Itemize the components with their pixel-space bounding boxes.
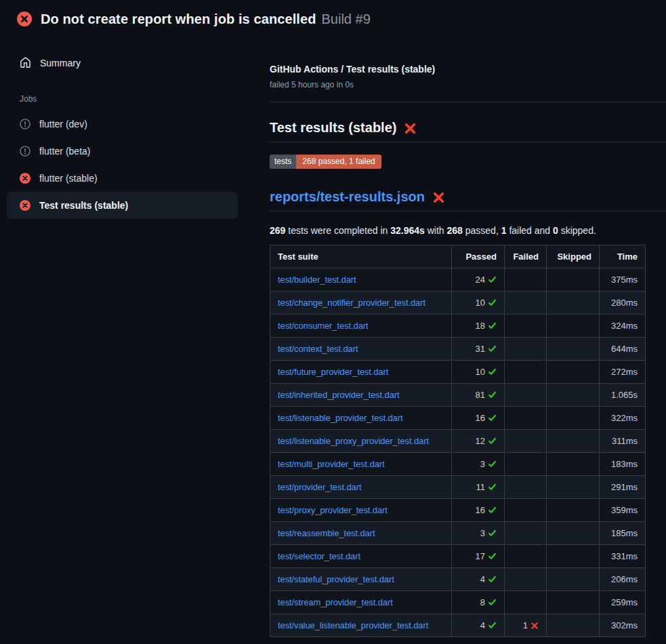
time-cell: 644ms [600,338,646,361]
skipped-cell [547,384,600,407]
suite-cell: test/proxy_provider_test.dart [270,499,452,522]
suite-cell: test/consumer_test.dart [270,315,452,338]
suite-cell: test/builder_test.dart [270,268,452,291]
suite-cell: test/stateful_provider_test.dart [270,568,452,591]
time-cell: 311ms [600,430,646,453]
passed-cell: 12 [452,430,505,453]
suite-link[interactable]: test/multi_provider_test.dart [278,459,385,469]
check-icon [488,390,497,399]
suite-link[interactable]: test/future_provider_test.dart [278,367,388,377]
time-cell: 259ms [600,591,646,614]
table-header-row: Test suitePassedFailedSkippedTime [270,245,646,268]
table-row: test/future_provider_test.dart10272ms [270,361,646,384]
sidebar-item-summary[interactable]: Summary [0,50,259,75]
alert-circle-icon [20,146,30,157]
time-cell: 359ms [600,499,646,522]
time-cell: 324ms [600,315,646,338]
x-circle-fill-icon [20,173,30,184]
job-label: flutter (dev) [39,119,87,129]
skipped-cell [547,338,600,361]
check-icon [488,321,497,330]
passed-cell: 31 [452,338,505,361]
passed-cell: 18 [452,315,505,338]
column-header-test-suite: Test suite [270,245,452,268]
time-cell: 185ms [600,522,646,545]
suite-link[interactable]: test/consumer_test.dart [278,321,369,331]
check-icon [488,460,497,468]
suite-link[interactable]: test/stream_provider_test.dart [278,597,393,607]
suite-link[interactable]: test/provider_test.dart [278,482,361,492]
check-icon [488,598,497,607]
suite-link[interactable]: test/change_notifier_provider_test.dart [278,298,425,308]
passed-cell: 3 [452,453,505,476]
job-list: flutter (dev)flutter (beta)flutter (stab… [0,110,259,219]
time-cell: 206ms [600,568,646,591]
skipped-cell [547,315,600,338]
failed-cell [505,453,547,476]
suite-link[interactable]: test/stateful_provider_test.dart [278,574,394,584]
badge-label: tests [270,155,296,169]
suite-link[interactable]: test/listenable_provider_test.dart [278,413,403,423]
skipped-cell [547,430,600,453]
report-heading: reports/test-results.json [270,189,666,212]
suite-cell: test/context_test.dart [270,338,452,361]
table-row: test/multi_provider_test.dart3183ms [270,453,646,476]
failed-cell [505,568,547,591]
suite-link[interactable]: test/selector_test.dart [278,551,360,561]
summary-line: 269 tests were completed in 32.964s with… [270,225,666,236]
skipped-cell [547,453,600,476]
alert-circle-icon [20,119,30,129]
sidebar-item-flutter-stable[interactable]: flutter (stable) [7,165,238,192]
table-row: test/inherited_provider_test.dart811.065… [270,384,646,407]
sidebar-item-flutter-beta[interactable]: flutter (beta) [7,138,238,165]
suite-link[interactable]: test/reassemble_test.dart [278,528,375,538]
x-circle-fill-icon [20,200,30,211]
suite-link[interactable]: test/listenable_proxy_provider_test.dart [278,436,429,446]
table-row: test/listenable_proxy_provider_test.dart… [270,430,646,453]
table-row: test/selector_test.dart17331ms [270,545,646,568]
column-header-skipped: Skipped [547,245,600,268]
summary-segment: with [425,225,447,236]
time-cell: 1.065s [600,384,646,407]
skipped-cell [547,591,600,614]
suite-link[interactable]: test/inherited_provider_test.dart [278,390,400,400]
check-icon [488,437,497,445]
sidebar-item-test-results-stable[interactable]: Test results (stable) [7,192,238,219]
column-header-passed: Passed [452,245,505,268]
suite-link[interactable]: test/value_listenable_provider_test.dart [278,620,428,630]
skipped-cell [547,545,600,568]
failed-cell [505,545,547,568]
summary-label: Summary [40,58,81,68]
suite-link[interactable]: test/context_test.dart [278,344,358,354]
suite-link[interactable]: test/proxy_provider_test.dart [278,505,388,515]
job-label: Test results (stable) [39,200,128,211]
suite-cell: test/stream_provider_test.dart [270,591,452,614]
passed-cell: 16 [452,407,505,430]
sidebar-item-flutter-dev[interactable]: flutter (dev) [7,110,238,138]
failed-cell [505,476,547,499]
suite-cell: test/selector_test.dart [270,545,452,568]
skipped-cell [547,268,600,291]
failed-cell [505,268,547,291]
failed-cell [505,499,547,522]
passed-cell: 4 [452,614,505,637]
table-row: test/change_notifier_provider_test.dart1… [270,291,646,315]
summary-segment: tests were completed in [285,225,390,236]
table-row: test/listenable_provider_test.dart16322m… [270,407,646,430]
passed-cell: 4 [452,568,505,591]
passed-cell: 8 [452,591,505,614]
suite-cell: test/value_listenable_provider_test.dart [270,614,452,637]
check-icon [488,414,497,422]
table-row: test/consumer_test.dart18324ms [270,315,646,338]
check-icon [488,621,497,630]
check-icon [488,506,497,515]
column-header-time: Time [600,245,646,268]
suite-cell: test/future_provider_test.dart [270,361,452,384]
suite-link[interactable]: test/builder_test.dart [278,275,356,285]
time-cell: 375ms [600,268,646,291]
run-header: Do not create report when job is cancell… [0,0,666,38]
section-heading: Test results (stable) [270,120,666,142]
passed-cell: 24 [452,268,505,291]
report-file-link[interactable]: reports/test-results.json [270,189,425,205]
time-cell: 291ms [600,476,646,499]
